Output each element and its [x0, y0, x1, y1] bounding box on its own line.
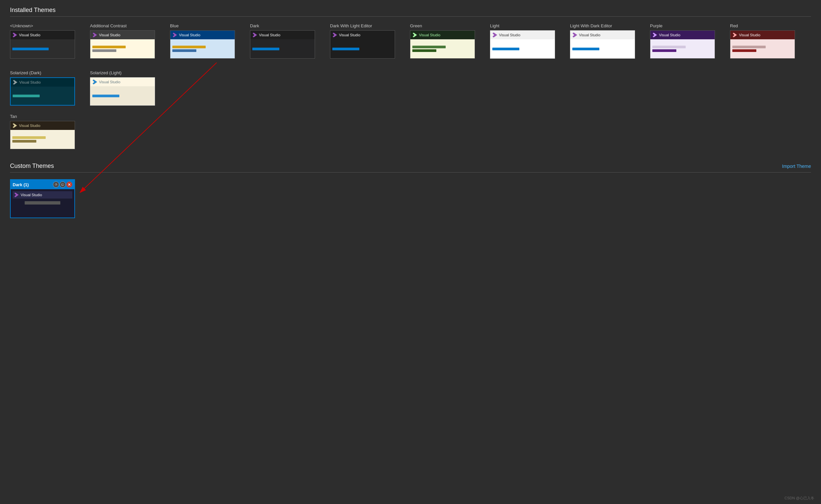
vs-logo-icon — [12, 32, 18, 38]
custom-theme-label: Dark (1) — [13, 182, 29, 187]
delete-theme-button[interactable] — [66, 182, 72, 188]
theme-name-darklight: Dark With Light Editor — [330, 23, 400, 28]
theme-column-purple: Purple Visual Studio — [650, 23, 720, 59]
vs-logo-icon — [14, 192, 19, 198]
custom-section-header: Custom Themes Import Theme — [10, 163, 811, 173]
theme-name-additional-contrast: Additional Contrast — [90, 23, 160, 28]
theme-bar — [13, 95, 40, 97]
theme-bar — [172, 49, 196, 52]
import-theme-link[interactable]: Import Theme — [782, 164, 811, 169]
theme-bar — [92, 49, 116, 52]
theme-card-lighttdark[interactable]: Visual Studio — [570, 30, 635, 59]
theme-bar — [412, 49, 436, 52]
edit-icon — [54, 183, 58, 187]
custom-theme-actions — [53, 182, 72, 188]
custom-card-title-row: Visual Studio — [13, 191, 72, 199]
theme-column-dark: Dark Visual Studio — [250, 23, 320, 59]
theme-column-lighttdark: Light With Dark Editor Visual Studio — [570, 23, 640, 59]
edit-theme-button[interactable] — [53, 182, 59, 188]
theme-card-dark[interactable]: Visual Studio — [250, 30, 315, 59]
theme-column-unknown: <Unknown> Visual Studio — [10, 23, 80, 59]
theme-bar — [492, 48, 519, 50]
vs-logo-icon — [412, 32, 418, 38]
theme-column-light: Light Visual Studio — [490, 23, 560, 59]
theme-bar — [412, 46, 446, 48]
vs-logo-icon — [12, 123, 18, 128]
vs-logo-icon — [492, 32, 498, 38]
theme-bar — [652, 46, 686, 48]
theme-bar — [12, 48, 49, 50]
theme-name-lighttdark: Light With Dark Editor — [570, 23, 640, 28]
theme-name-red: Red — [730, 23, 800, 28]
theme-column-tan: Tan Visual Studio — [10, 114, 75, 149]
theme-column-solar-light: Solarized (Light) Visual Studio — [90, 70, 160, 106]
copy-icon — [61, 183, 65, 187]
vs-logo-icon — [92, 32, 98, 38]
installed-themes-title: Installed Themes — [10, 7, 811, 17]
theme-bar — [732, 49, 756, 52]
theme-card-additional-contrast[interactable]: Visual Studio — [90, 30, 155, 59]
svg-rect-3 — [62, 184, 64, 185]
theme-card-darklight[interactable]: Visual Studio — [330, 30, 395, 59]
vs-logo-icon — [332, 32, 338, 38]
theme-name-light: Light — [490, 23, 560, 28]
theme-bar — [572, 48, 599, 50]
theme-name-tan: Tan — [10, 114, 75, 119]
custom-theme-bar — [25, 201, 60, 205]
theme-column-darklight: Dark With Light Editor Visual Studio — [330, 23, 400, 59]
custom-theme-wrapper: Dark (1) — [10, 179, 75, 218]
theme-column-additional-contrast: Additional Contrast Visual Studio — [90, 23, 160, 59]
theme-card-unknown[interactable]: Visual Studio — [10, 30, 75, 59]
close-icon — [68, 183, 71, 186]
theme-name-unknown: <Unknown> — [10, 23, 80, 28]
theme-column-blue: Blue Visual Studio — [170, 23, 240, 59]
vs-logo-icon — [252, 32, 258, 38]
theme-card-purple[interactable]: Visual Studio — [650, 30, 715, 59]
vs-logo-icon — [172, 32, 178, 38]
theme-name-solar-dark: Solarized (Dark) — [10, 70, 80, 75]
theme-card-blue[interactable]: Visual Studio — [170, 30, 235, 59]
custom-themes-section: Custom Themes Import Theme Dark (1) — [10, 163, 811, 219]
theme-name-purple: Purple — [650, 23, 720, 28]
theme-column-green: Green Visual Studio — [410, 23, 480, 59]
theme-name-blue: Blue — [170, 23, 240, 28]
installed-themes-section: Installed Themes <Unknown> Visual Studio — [10, 7, 811, 156]
installed-themes-grid: <Unknown> Visual Studio — [10, 23, 811, 112]
theme-name-solar-light: Solarized (Light) — [90, 70, 160, 75]
theme-bar — [12, 136, 46, 139]
custom-card-body: Visual Studio — [11, 189, 74, 218]
main-container: Installed Themes <Unknown> Visual Studio — [0, 0, 821, 226]
vs-logo-icon — [732, 32, 738, 38]
theme-bar — [92, 95, 119, 97]
custom-theme-card-dark1[interactable]: Dark (1) — [10, 179, 75, 218]
theme-bar — [12, 140, 36, 143]
theme-card-solar-dark[interactable]: Visual Studio — [10, 77, 75, 106]
theme-card-red[interactable]: Visual Studio — [730, 30, 795, 59]
custom-theme-header: Dark (1) — [11, 180, 74, 189]
theme-column-red: Red Visual Studio — [730, 23, 800, 59]
theme-column-solar-dark: Solarized (Dark) Visual Studio — [10, 70, 80, 106]
theme-bar — [652, 49, 676, 52]
custom-themes-title: Custom Themes — [10, 163, 54, 170]
theme-card-light[interactable]: Visual Studio — [490, 30, 555, 59]
vs-logo-icon — [652, 32, 658, 38]
attribution: CSDN @心已入冬 — [785, 496, 814, 501]
vs-logo-icon — [92, 79, 98, 85]
theme-bar — [732, 46, 766, 48]
theme-bar — [172, 46, 206, 48]
theme-name-dark: Dark — [250, 23, 320, 28]
theme-card-solar-light[interactable]: Visual Studio — [90, 77, 155, 106]
copy-theme-button[interactable] — [60, 182, 66, 188]
vs-logo-icon — [572, 32, 578, 38]
theme-bar — [252, 48, 279, 50]
theme-card-tan[interactable]: Visual Studio — [10, 121, 75, 149]
theme-bar — [92, 46, 126, 48]
theme-name-green: Green — [410, 23, 480, 28]
vs-logo-icon — [13, 80, 18, 85]
theme-bar — [332, 48, 359, 50]
theme-card-green[interactable]: Visual Studio — [410, 30, 475, 59]
